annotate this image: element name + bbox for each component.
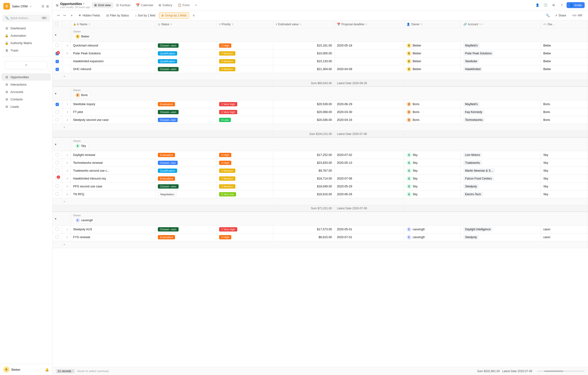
sidebar-item-dashboard[interactable]: ⊞ Dashboard (1, 25, 51, 32)
th-status[interactable]: ◎ Status ⇅ (156, 21, 217, 28)
table-row[interactable]: ✓9 9 Polar Peak Solutions Qualification … (52, 50, 588, 57)
notification-bell-icon[interactable]: 🔔 (45, 368, 49, 371)
sidebar-item-accounts[interactable]: ⊞ Accounts (1, 88, 51, 95)
group-collapse-icon[interactable]: ▾ (55, 92, 56, 95)
add-record-in-group-button[interactable]: + (62, 242, 66, 247)
td-checkbox[interactable]: ✓ (52, 57, 62, 65)
sidebar-item-contacts[interactable]: ⊞ Contacts (1, 96, 51, 103)
row-checkbox[interactable]: ✓ (56, 68, 59, 71)
td-checkbox[interactable]: ✓ (52, 65, 62, 73)
td-checkbox[interactable]: 1 (52, 175, 62, 183)
table-row[interactable]: 3 Steelpoly second use case Closed—lost … (52, 116, 588, 124)
th-name[interactable]: 🔒 A Name ⇅ (71, 21, 156, 28)
sidebar-item-trash[interactable]: 🗑 Trash (1, 47, 51, 54)
redo-button[interactable]: ↪ (62, 13, 67, 18)
help-icon[interactable]: ? (558, 2, 565, 9)
tab-kanban[interactable]: ⊟ Kanban (114, 2, 133, 8)
table-row[interactable]: 4 Quickmart inbound Closed—won 2 High $1… (52, 42, 588, 50)
row-checkbox[interactable]: ✓ (56, 103, 59, 106)
td-name[interactable]: Quickmart inbound (71, 42, 156, 50)
search-button[interactable]: 🔍 (544, 13, 551, 18)
group-collapse-icon[interactable]: ▾ (55, 143, 56, 146)
table-row[interactable]: ✓ Hawklimited expansion Qualification 3 … (52, 57, 588, 65)
td-name[interactable]: Hawklimited inbound req (71, 175, 156, 183)
table-row[interactable]: ✓ 1 Steeltube inquiry Evaluation 1 Very … (52, 100, 588, 108)
layout-icon[interactable]: ⊞ (46, 5, 49, 8)
td-name[interactable]: Steeltube inquiry (71, 100, 156, 108)
sidebar-item-leads[interactable]: ⊞ Leads (1, 103, 51, 110)
title-chevron-icon[interactable]: ▾ (83, 2, 84, 5)
td-checkbox[interactable]: ✓9 (52, 50, 62, 57)
sidebar-item-interactions[interactable]: ⊞ Interactions (1, 81, 51, 88)
td-name[interactable]: TN RFQ (71, 190, 156, 198)
td-name[interactable]: Daylight renewal (71, 151, 156, 159)
row-checkbox[interactable] (56, 185, 59, 188)
row-checkbox[interactable] (56, 235, 59, 239)
td-checkbox[interactable] (52, 183, 62, 190)
th-proposal-deadline[interactable]: 📅 Proposal deadline ⇅ (334, 21, 404, 28)
td-name[interactable]: PPS second use case (71, 183, 156, 190)
row-checkbox[interactable] (56, 169, 59, 172)
table-row[interactable]: 2 Technetworks renewal Closed—lost 2 Hig… (52, 159, 588, 167)
add-record-in-group-button[interactable]: + (62, 125, 66, 130)
row-checkbox[interactable] (56, 228, 59, 231)
table-row[interactable]: 1 Daylight renewal Evaluation 2 High $17… (52, 151, 588, 159)
add-section-button[interactable]: + (5, 61, 47, 69)
header-checkbox[interactable] (55, 22, 58, 25)
sidebar-item-automation[interactable]: 🔒 Automation (1, 32, 51, 39)
settings-icon[interactable]: ⚙ (550, 2, 557, 9)
tab-calendar[interactable]: 📅 Calendar (134, 2, 156, 8)
user-avatar-topbar[interactable]: 👤 (534, 2, 541, 9)
td-checkbox[interactable] (52, 159, 62, 167)
sidebar-item-authority-matrix[interactable]: 🔒 Authority Matrix (1, 39, 51, 46)
tab-gallery[interactable]: ⊞ Gallery (156, 2, 175, 8)
table-row[interactable]: 6 TN RFQ Negotiation 5 Very low $16,616.… (52, 190, 588, 198)
row-checkbox[interactable]: ✓ (56, 60, 59, 63)
td-checkbox[interactable] (52, 167, 62, 175)
td-name[interactable]: Polar Peak Solutions (71, 50, 156, 57)
add-record-in-group-button[interactable]: + (62, 199, 66, 204)
td-checkbox[interactable] (52, 151, 62, 159)
share-button[interactable]: ↗ Share (553, 12, 568, 19)
td-checkbox[interactable] (52, 116, 62, 124)
td-name[interactable]: Technetworks renewal (71, 159, 156, 167)
row-checkbox[interactable] (56, 161, 59, 164)
td-name[interactable]: Tradeworks second use c... (71, 167, 156, 175)
td-checkbox[interactable] (52, 233, 62, 241)
group-button[interactable]: ⊞ Group by 1 fields (159, 12, 189, 19)
quick-actions-search[interactable]: 🔍 Quick Actions... ⌘K (2, 15, 50, 21)
undo-button[interactable]: ↩ (56, 13, 61, 18)
hidden-fields-button[interactable]: 👁 Hidden Fields (76, 12, 102, 19)
td-checkbox[interactable]: ✓ (52, 100, 62, 108)
row-checkbox[interactable] (56, 44, 59, 47)
table-row[interactable]: 2 FYS renewal Evaluation 2 High $6,615.0… (52, 233, 588, 241)
td-name[interactable]: Steelpoly AUS (71, 226, 156, 233)
th-estimated-value[interactable]: # Estimated value ⇅ (273, 21, 335, 28)
row-checkbox[interactable]: ✓9 (56, 52, 59, 55)
horizontal-scrollbar[interactable] (537, 370, 585, 372)
table-row[interactable]: 3 Tradeworks second use c... Qualificati… (52, 167, 588, 175)
tab-form[interactable]: 📋 Form (175, 2, 192, 8)
row-checkbox[interactable] (56, 110, 59, 114)
scrollbar-thumb[interactable] (544, 370, 563, 372)
row-checkbox[interactable] (56, 192, 59, 196)
table-row[interactable]: ✓ GHC inbound Closed—won 3 Medium $21,30… (52, 65, 588, 73)
td-name[interactable]: FYS renewal (71, 233, 156, 241)
hamburger-icon[interactable]: ☰ (42, 5, 44, 8)
td-checkbox[interactable] (52, 108, 62, 116)
history-icon[interactable]: 🕐 (542, 2, 549, 9)
th-account[interactable]: 🔗 Account ⇅ ▾ (461, 21, 541, 28)
invite-button[interactable]: 👤 Invite (567, 2, 585, 8)
more-options-button[interactable]: ≡ (190, 12, 197, 19)
table-row[interactable]: 1 4 Hawklimited inbound req Evaluation 3… (52, 175, 588, 183)
td-checkbox[interactable] (52, 226, 62, 233)
td-checkbox[interactable] (52, 190, 62, 198)
group-collapse-icon[interactable]: ▾ (55, 217, 56, 220)
filter-button[interactable]: ⊟ Filter by Status (104, 12, 131, 19)
sidebar-item-opportunities[interactable]: ⊞ Opportunities (1, 73, 51, 81)
table-row[interactable]: 2 FT pilot Closed—won 1 Very high $20,06… (52, 108, 588, 116)
th-owner[interactable]: 👤 Owner ⇅ (404, 21, 461, 28)
table-row[interactable]: 5 PPS second use case Closed—won 3 Mediu… (52, 183, 588, 190)
table-row[interactable]: 1 Steelpoly AUS Closed—won 1 Very high $… (52, 226, 588, 233)
group-collapse-icon[interactable]: ▾ (55, 33, 56, 37)
